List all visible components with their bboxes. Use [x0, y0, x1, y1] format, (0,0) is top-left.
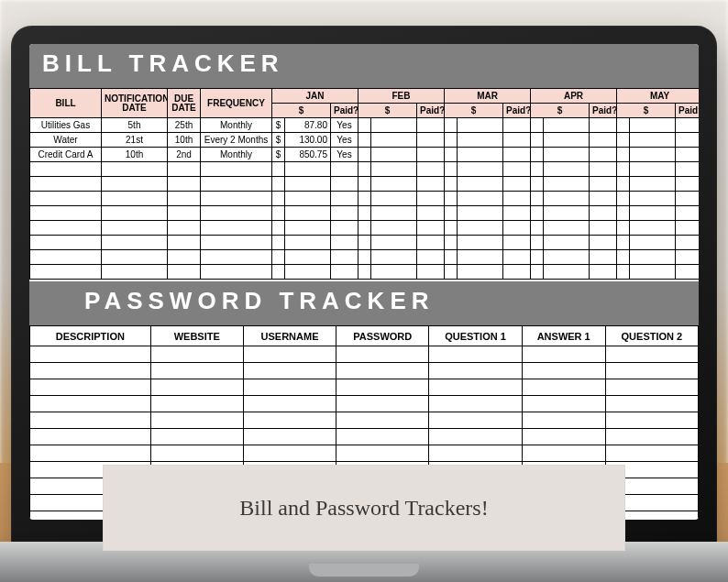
cell-blank[interactable]	[285, 236, 331, 250]
cell-blank[interactable]	[371, 162, 417, 177]
cell-currency[interactable]	[445, 133, 458, 148]
cell-blank[interactable]	[676, 162, 699, 177]
cell-blank[interactable]	[617, 265, 630, 280]
cell-blank[interactable]	[336, 379, 429, 396]
cell-blank[interactable]	[150, 396, 243, 412]
cell-blank[interactable]	[544, 265, 590, 280]
cell-amount[interactable]	[458, 148, 503, 162]
cell-blank[interactable]	[30, 206, 102, 221]
cell-blank[interactable]	[458, 177, 503, 192]
cell-bill[interactable]: Credit Card A	[30, 148, 102, 162]
cell-blank[interactable]	[630, 250, 676, 265]
cell-blank[interactable]	[358, 177, 371, 192]
table-row[interactable]: Credit Card A10th2ndMonthly$850.75Yes	[30, 148, 700, 162]
cell-blank[interactable]	[417, 221, 445, 236]
cell-blank[interactable]	[417, 192, 445, 206]
cell-blank[interactable]	[458, 265, 503, 280]
cell-blank[interactable]	[605, 412, 698, 429]
cell-blank[interactable]	[544, 177, 590, 192]
cell-currency[interactable]	[358, 118, 371, 133]
cell-blank[interactable]	[168, 162, 201, 177]
cell-amount[interactable]: 87.80	[285, 118, 331, 133]
table-row[interactable]	[30, 221, 700, 236]
cell-blank[interactable]	[168, 177, 201, 192]
cell-blank[interactable]	[201, 206, 272, 221]
cell-blank[interactable]	[531, 177, 544, 192]
cell-blank[interactable]	[458, 221, 503, 236]
cell-blank[interactable]	[417, 206, 445, 221]
cell-blank[interactable]	[676, 177, 699, 192]
cell-blank[interactable]	[331, 236, 358, 250]
cell-blank[interactable]	[371, 236, 417, 250]
cell-blank[interactable]	[503, 192, 531, 206]
cell-blank[interactable]	[336, 445, 429, 462]
cell-amount[interactable]	[544, 133, 590, 148]
cell-amount[interactable]	[458, 118, 503, 133]
cell-blank[interactable]	[445, 177, 458, 192]
cell-currency[interactable]	[617, 148, 630, 162]
cell-blank[interactable]	[201, 192, 272, 206]
cell-blank[interactable]	[590, 236, 617, 250]
cell-blank[interactable]	[150, 363, 243, 379]
cell-amount[interactable]	[630, 148, 676, 162]
cell-blank[interactable]	[605, 363, 698, 379]
cell-blank[interactable]	[358, 250, 371, 265]
cell-blank[interactable]	[272, 221, 285, 236]
table-row[interactable]: Utilities Gas5th25thMonthly$87.80Yes	[30, 118, 700, 133]
cell-blank[interactable]	[201, 265, 272, 280]
cell-blank[interactable]	[371, 221, 417, 236]
cell-amount[interactable]	[630, 118, 676, 133]
cell-currency[interactable]: $	[272, 133, 285, 148]
cell-amount[interactable]: 850.75	[285, 148, 331, 162]
cell-blank[interactable]	[358, 192, 371, 206]
cell-blank[interactable]	[371, 265, 417, 280]
cell-blank[interactable]	[285, 177, 331, 192]
cell-paid[interactable]	[417, 118, 445, 133]
cell-blank[interactable]	[30, 445, 151, 462]
cell-freq[interactable]: Monthly	[201, 148, 272, 162]
cell-amount[interactable]: 130.00	[285, 133, 331, 148]
cell-blank[interactable]	[30, 162, 102, 177]
cell-paid[interactable]	[590, 148, 617, 162]
cell-bill[interactable]: Water	[30, 133, 102, 148]
cell-blank[interactable]	[445, 265, 458, 280]
table-row[interactable]	[30, 162, 700, 177]
cell-blank[interactable]	[522, 363, 605, 379]
cell-blank[interactable]	[544, 206, 590, 221]
cell-blank[interactable]	[605, 396, 698, 412]
cell-blank[interactable]	[168, 192, 201, 206]
cell-blank[interactable]	[168, 250, 201, 265]
cell-blank[interactable]	[150, 412, 243, 429]
cell-currency[interactable]: $	[272, 118, 285, 133]
cell-blank[interactable]	[458, 192, 503, 206]
cell-blank[interactable]	[371, 250, 417, 265]
cell-blank[interactable]	[522, 396, 605, 412]
cell-paid[interactable]	[503, 133, 531, 148]
cell-blank[interactable]	[590, 265, 617, 280]
table-row[interactable]	[30, 265, 700, 280]
cell-blank[interactable]	[590, 221, 617, 236]
cell-blank[interactable]	[590, 162, 617, 177]
cell-blank[interactable]	[531, 192, 544, 206]
cell-blank[interactable]	[458, 236, 503, 250]
cell-blank[interactable]	[458, 162, 503, 177]
cell-blank[interactable]	[503, 177, 531, 192]
cell-notif[interactable]: 5th	[102, 118, 168, 133]
cell-blank[interactable]	[503, 250, 531, 265]
cell-paid[interactable]	[417, 133, 445, 148]
cell-blank[interactable]	[285, 192, 331, 206]
cell-blank[interactable]	[544, 221, 590, 236]
cell-blank[interactable]	[676, 192, 699, 206]
cell-blank[interactable]	[429, 396, 522, 412]
cell-blank[interactable]	[445, 162, 458, 177]
cell-blank[interactable]	[30, 250, 102, 265]
cell-currency[interactable]	[445, 148, 458, 162]
cell-amount[interactable]	[458, 133, 503, 148]
table-row[interactable]	[30, 346, 699, 363]
cell-blank[interactable]	[522, 445, 605, 462]
cell-currency[interactable]	[358, 148, 371, 162]
cell-blank[interactable]	[503, 206, 531, 221]
cell-blank[interactable]	[331, 177, 358, 192]
cell-paid[interactable]	[676, 133, 699, 148]
cell-blank[interactable]	[243, 412, 336, 429]
